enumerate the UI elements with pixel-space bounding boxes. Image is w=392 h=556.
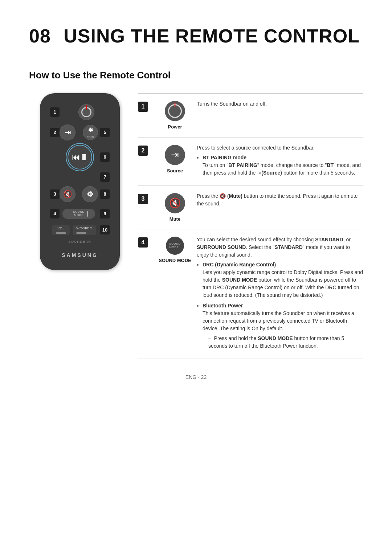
- remote-row-mute: 3 🔇 ⚙ 8: [46, 186, 113, 202]
- bt-power-bullet: Bluetooth Power This feature automatical…: [203, 302, 363, 350]
- remote-row-vol: VOL WOOFER 10: [46, 225, 113, 235]
- section-title: How to Use the Remote Control: [29, 68, 363, 82]
- mute-icon-circle: 🔇: [165, 193, 185, 213]
- woofer-label: WOOFER: [76, 226, 92, 231]
- remote-num-2: 2: [50, 128, 60, 137]
- remote-num-1: 1: [50, 107, 60, 117]
- power-label: Power: [168, 123, 182, 131]
- num-badge-1: 1: [138, 102, 148, 112]
- soundbar-label: SOUNDBAR: [68, 240, 91, 245]
- sound-mode-label: SOUNDMODE: [73, 210, 84, 217]
- source-icon-circle: ⇥: [165, 145, 185, 165]
- remote-row-source: 2 ⇥ ✱ PAIR 5: [46, 124, 113, 140]
- remote-wrapper: 1 2 ⇥ ✱ PAIR 5: [29, 93, 131, 359]
- remote-num-3: 3: [50, 189, 60, 199]
- vol-slider[interactable]: VOL: [52, 225, 70, 235]
- num-badge-4: 4: [138, 237, 148, 248]
- remote-bluetooth-btn[interactable]: ✱ PAIR: [83, 125, 98, 140]
- source-label: Source: [167, 167, 183, 175]
- col-num-4: 4: [138, 236, 157, 248]
- remote-num-9: 9: [100, 209, 110, 218]
- table-row-3: 3 🔇 Mute Press the 🔇 (Mute) button to mu…: [138, 186, 363, 230]
- woofer-slider[interactable]: WOOFER: [73, 225, 96, 235]
- col-num-1: 1: [138, 100, 157, 112]
- col-desc-2: Press to select a source connected to th…: [193, 144, 363, 179]
- bt-power-sub: – Press and hold the SOUND MODE button f…: [208, 335, 363, 350]
- table-row-4: 4 SOUNDMODE SOUND MODE You can select th…: [138, 229, 363, 359]
- col-desc-3: Press the 🔇 (Mute) button to mute the so…: [193, 192, 363, 210]
- col-desc-1: Turns the Soundbar on and off.: [193, 100, 363, 110]
- vol-label: VOL: [56, 226, 66, 231]
- page-title: 08 USING THE REMOTE CONTROL: [29, 22, 363, 50]
- col-icon-3: 🔇 Mute: [157, 192, 193, 223]
- remote-control: 1 2 ⇥ ✱ PAIR 5: [40, 93, 120, 270]
- mute-icon-symbol: 🔇: [169, 196, 181, 210]
- bluetooth-icon: ✱: [88, 126, 93, 135]
- num-badge-3: 3: [138, 194, 148, 204]
- source-icon-symbol: ⇥: [171, 148, 179, 162]
- col-icon-1: Power: [157, 100, 193, 131]
- description-table: 1 Power Turns the Soundbar on and off. 2…: [138, 93, 363, 359]
- remote-row-playpause: ⏮⏸ 6: [46, 145, 113, 169]
- remote-num-8: 8: [100, 189, 110, 199]
- mute-label: Mute: [170, 216, 180, 223]
- col-num-2: 2: [138, 144, 157, 156]
- remote-num-4: 4: [50, 209, 60, 218]
- source-icon: ⇥: [65, 127, 71, 138]
- remote-num-6: 6: [100, 152, 110, 162]
- table-row-1: 1 Power Turns the Soundbar on and off.: [138, 94, 363, 138]
- sound-mode-icon-text: SOUNDMODE: [169, 242, 180, 249]
- source-bullets: BT PAIRING mode To turn on "BT PAIRING" …: [203, 154, 363, 177]
- content-area: 1 2 ⇥ ✱ PAIR 5: [29, 93, 363, 359]
- page-number: ENG - 22: [29, 373, 363, 381]
- remote-num-5: 5: [100, 128, 110, 137]
- remote-num-7: 7: [100, 172, 110, 182]
- remote-source-btn[interactable]: ⇥: [60, 124, 75, 140]
- power-icon: [81, 107, 91, 117]
- sound-mode-table-label: SOUND MODE: [159, 257, 191, 264]
- remote-power-btn[interactable]: [78, 104, 94, 120]
- mute-desc: Press the 🔇 (Mute) button to mute the so…: [197, 192, 363, 208]
- pair-label: PAIR: [87, 135, 94, 139]
- drc-bullet: DRC (Dynamic Range Control) Lets you app…: [203, 261, 363, 299]
- remote-playpause-btn[interactable]: ⏮⏸: [68, 145, 92, 169]
- dial-indicator: [87, 211, 88, 217]
- remote-mute-btn[interactable]: 🔇: [60, 186, 75, 202]
- remote-row-power: 1: [46, 104, 113, 120]
- table-row-2: 2 ⇥ Source Press to select a source conn…: [138, 138, 363, 186]
- mute-icon: 🔇: [63, 189, 72, 200]
- playpause-icon: ⏮⏸: [72, 151, 88, 163]
- col-icon-4: SOUNDMODE SOUND MODE: [157, 236, 193, 264]
- source-bullet-1: BT PAIRING mode To turn on "BT PAIRING" …: [203, 154, 363, 177]
- settings-icon: ⚙: [87, 189, 93, 200]
- remote-row-soundmode: 4 SOUNDMODE 9: [46, 209, 113, 219]
- remote-num-10: 10: [100, 225, 110, 234]
- col-icon-2: ⇥ Source: [157, 144, 193, 175]
- power-icon-circle: [165, 101, 185, 121]
- samsung-logo: SAMSUNG: [62, 252, 98, 259]
- sound-mode-bullets: DRC (Dynamic Range Control) Lets you app…: [203, 261, 363, 350]
- col-num-3: 3: [138, 192, 157, 204]
- sound-mode-dial[interactable]: SOUNDMODE: [62, 209, 95, 219]
- sound-mode-icon-circle: SOUNDMODE: [166, 237, 184, 255]
- remote-settings-btn[interactable]: ⚙: [82, 186, 98, 202]
- col-desc-4: You can select the desired sound effect …: [193, 236, 363, 352]
- power-symbol: [168, 104, 182, 118]
- num-badge-2: 2: [138, 146, 148, 156]
